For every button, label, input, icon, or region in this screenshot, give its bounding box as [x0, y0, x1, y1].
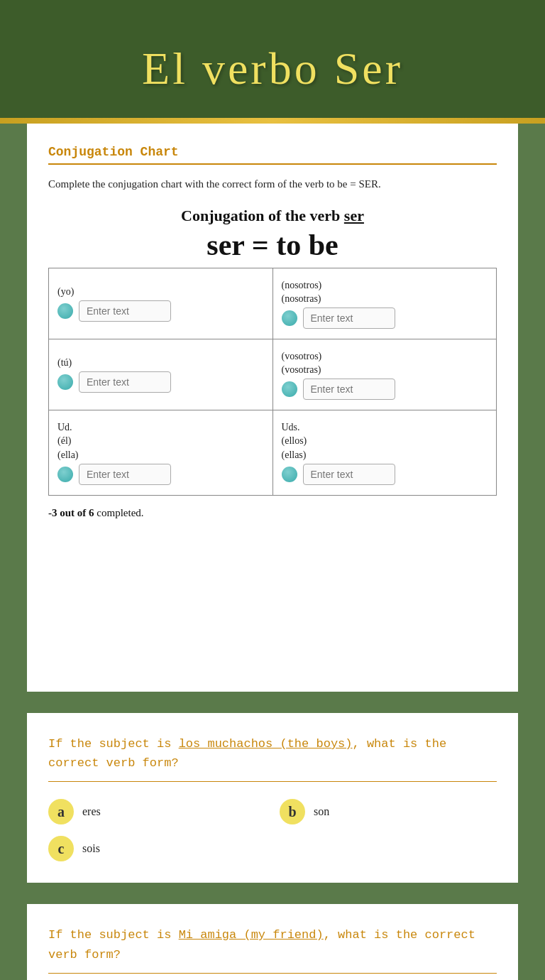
option-label-b1: son: [314, 805, 329, 818]
section-gap-2: [0, 883, 545, 904]
subject-ud: Ud.(él)(ella): [57, 420, 264, 462]
option-label-c1: sois: [82, 842, 100, 855]
question2-subject: Mi amiga (my friend): [179, 928, 324, 942]
dot-button-yo[interactable]: [57, 303, 73, 319]
table-row: Ud.(él)(ella) Uds.(ellos)(ellas): [49, 410, 497, 495]
question1-options: a eres b son c sois: [48, 799, 497, 861]
conjugation-table: (yo) (nosotros)(nosotras): [48, 268, 497, 496]
table-cell-ud: Ud.(él)(ella): [49, 410, 273, 495]
subject-tu: (tú): [57, 356, 264, 370]
question1-option-b[interactable]: b son: [280, 799, 497, 824]
table-cell-yo: (yo): [49, 268, 273, 339]
cell-content-tu: [57, 371, 264, 393]
conjugation-header: Conjugation of the verb ser ser = to be: [48, 207, 497, 262]
dot-button-nosotros[interactable]: [282, 310, 297, 326]
section-gap-1: [0, 692, 545, 713]
subject-nosotros: (nosotros)(nosotras): [282, 278, 488, 306]
question1-text: If the subject is los muchachos (the boy…: [48, 734, 497, 773]
page-wrapper: El verbo Ser Conjugation Chart Complete …: [0, 0, 545, 980]
question1-subject: los muchachos (the boys): [179, 737, 353, 751]
dot-button-vosotros[interactable]: [282, 381, 297, 397]
question1-option-a[interactable]: a eres: [48, 799, 265, 824]
verb-underline: ser: [344, 207, 364, 224]
input-tu[interactable]: [79, 371, 171, 393]
input-vosotros[interactable]: [303, 379, 395, 400]
section-description: Complete the conjugation chart with the …: [48, 176, 497, 192]
option-label-a1: eres: [82, 805, 101, 818]
page-title: El verbo Ser: [14, 43, 531, 95]
verb-title: Conjugation of the verb ser: [48, 207, 497, 225]
table-row: (yo) (nosotros)(nosotras): [49, 268, 497, 339]
dot-button-tu[interactable]: [57, 374, 73, 390]
cell-content-vosotros: [282, 379, 488, 400]
header-section: El verbo Ser: [0, 0, 545, 124]
question1-section: If the subject is los muchachos (the boy…: [27, 713, 518, 883]
subject-uds: Uds.(ellos)(ellas): [282, 420, 488, 462]
progress-text: -3 out of 6 completed.: [48, 507, 497, 519]
section-title-conjugation: Conjugation Chart: [48, 145, 497, 165]
table-cell-uds: Uds.(ellos)(ellas): [272, 410, 497, 495]
progress-negative: -3 out of 6: [48, 507, 94, 518]
question2-divider: [48, 973, 497, 974]
content-card: Conjugation Chart Complete the conjugati…: [27, 124, 518, 692]
verb-equals: ser = to be: [48, 228, 497, 262]
option-circle-c1: c: [48, 836, 74, 861]
dot-button-ud[interactable]: [57, 467, 73, 482]
cell-content-yo: [57, 300, 264, 322]
table-cell-nosotros: (nosotros)(nosotras): [272, 268, 497, 339]
cell-content-uds: [282, 464, 488, 485]
table-cell-tu: (tú): [49, 339, 273, 410]
subject-yo: (yo): [57, 285, 264, 299]
dot-button-uds[interactable]: [282, 467, 297, 482]
question1-option-c[interactable]: c sois: [48, 836, 265, 861]
input-ud[interactable]: [79, 464, 171, 485]
input-nosotros[interactable]: [303, 307, 395, 329]
input-uds[interactable]: [303, 464, 395, 485]
option-circle-b1: b: [280, 799, 305, 824]
subject-vosotros: (vosotros)(vosotras): [282, 349, 488, 377]
table-cell-vosotros: (vosotros)(vosotras): [272, 339, 497, 410]
question2-text: If the subject is Mi amiga (my friend), …: [48, 925, 497, 964]
input-yo[interactable]: [79, 300, 171, 322]
cell-content-nosotros: [282, 307, 488, 329]
option-circle-a1: a: [48, 799, 74, 824]
question2-section: If the subject is Mi amiga (my friend), …: [27, 904, 518, 980]
table-row: (tú) (vosotros)(vosotras): [49, 339, 497, 410]
question1-divider: [48, 781, 497, 782]
cell-content-ud: [57, 464, 264, 485]
